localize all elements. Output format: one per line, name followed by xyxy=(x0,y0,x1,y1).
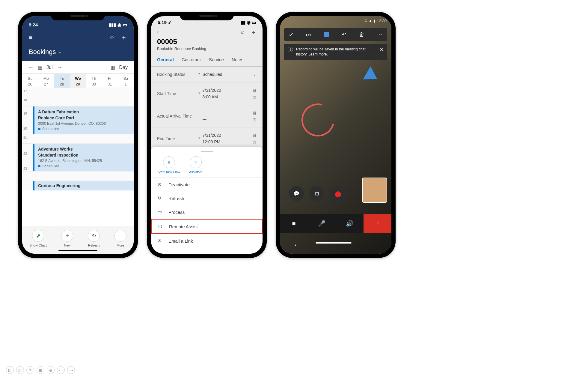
plus-icon: + xyxy=(65,232,69,240)
add-icon[interactable]: ＋ xyxy=(251,28,257,36)
back-icon[interactable]: ‹ xyxy=(295,242,296,248)
home-pill[interactable] xyxy=(316,242,352,244)
more-icon: ⋯ xyxy=(118,232,123,239)
undo-icon[interactable]: ↶ xyxy=(342,31,346,38)
booking-event[interactable]: Contoso Engineering xyxy=(33,181,134,190)
delete-icon[interactable]: 🗑 xyxy=(359,31,364,38)
learn-more-link[interactable]: Learn more. xyxy=(308,52,328,56)
process-action[interactable]: ▭Process xyxy=(151,205,263,219)
status-dot-icon xyxy=(38,128,40,130)
status-bar: ▽ ▲ ▮ 12:30 xyxy=(364,19,387,23)
battery-icon: ▮ xyxy=(373,19,376,23)
remote-assist-action[interactable]: ⬡Remote Assist xyxy=(151,219,263,234)
search-icon[interactable]: ⌕ xyxy=(241,28,245,36)
field-actual-arrival[interactable]: Actual Arrival Time* ------ ▦◷ xyxy=(151,105,263,127)
chevron-down-icon: ⌄ xyxy=(58,49,62,54)
add-icon[interactable]: ＋ xyxy=(120,33,127,42)
field-start-time[interactable]: Start Time* 7/31/20208:00 AM ▦◷ xyxy=(151,82,263,105)
signal-icon: ▽ xyxy=(364,19,367,23)
end-call-button[interactable]: ⌿ xyxy=(364,214,391,233)
phone-remote-assist-call: ▽ ▲ ▮ 12:30 ↙ ᔕ ↶ 🗑 ⋯ i Recording will b… xyxy=(276,12,396,258)
deactivate-action[interactable]: ⊘Deactivate xyxy=(151,178,263,191)
phone-bookings: 9:24 ▮▮▮ ◉ ▭ ≡ ⌕ ＋ Bookings ⌄ xyxy=(18,12,138,258)
color-picker[interactable] xyxy=(324,32,329,37)
more-button[interactable]: ⋯More xyxy=(114,230,126,247)
mic-icon: 🎤 xyxy=(318,220,325,227)
annotation-arrow xyxy=(363,67,381,85)
email-icon: ✉ xyxy=(158,238,164,244)
field-booking-status[interactable]: Booking Status* Scheduled⌄ xyxy=(151,67,263,82)
hangup-icon: ⌿ xyxy=(376,220,379,227)
home-indicator xyxy=(58,250,97,251)
wifi-icon: ▲ xyxy=(369,19,373,23)
day-tuesday[interactable]: Tu28 xyxy=(54,74,70,88)
chevron-down-icon: ⌄ xyxy=(253,72,257,77)
view-mode-label[interactable]: Day xyxy=(119,65,128,70)
sheet-handle[interactable] xyxy=(201,151,213,152)
chat-button[interactable]: 💬 xyxy=(289,186,304,201)
self-view[interactable] xyxy=(362,178,387,203)
call-controls: ■ 🎤 🔊 ⌿ xyxy=(280,214,391,233)
prev-arrow-icon[interactable]: ← xyxy=(28,64,34,70)
chart-icon: ⬈ xyxy=(36,232,40,239)
annotation-circle xyxy=(295,97,340,142)
refresh-action[interactable]: ↻Refresh xyxy=(151,191,263,205)
week-header: Su26 Mo27 Tu28 We29 Th30 Fr31 Sa1 xyxy=(22,74,134,88)
email-link-action[interactable]: ✉Email a Link xyxy=(151,234,263,248)
wifi-icon: ◉ xyxy=(117,22,121,28)
scan-button[interactable]: ⊡ xyxy=(309,186,324,201)
process-icon: ▭ xyxy=(158,209,164,215)
search-icon[interactable]: ⌕ xyxy=(110,33,114,42)
assistant-button[interactable]: ♡Assistant xyxy=(189,156,203,174)
tab-customer[interactable]: Customer xyxy=(182,54,201,66)
video-toggle[interactable]: ■ xyxy=(280,214,308,233)
calendar-icon: ▦ xyxy=(253,133,257,138)
status-icons: ▮▮▮ ◉ ▭ xyxy=(109,22,127,28)
booking-event[interactable]: A Datum Fabrication Replace Core Part 30… xyxy=(33,106,134,134)
status-icons: ▮▮ ◉ ▭ xyxy=(241,20,256,25)
bulb-icon: ♡ xyxy=(194,160,197,164)
status-time: 9:24 xyxy=(29,22,38,28)
bottom-toolbar: ⬈Show Chart +New ↻Refresh ⋯More xyxy=(22,226,134,254)
info-icon: i xyxy=(288,47,293,52)
recording-notice: i Recording will be saved in the meeting… xyxy=(284,44,387,60)
record-subtitle: Bookable Resource Booking xyxy=(151,46,263,54)
tab-notes[interactable]: Notes xyxy=(232,54,243,66)
show-chart-button[interactable]: ⬈Show Chart xyxy=(29,230,46,247)
next-arrow-icon[interactable]: → xyxy=(57,64,62,70)
menu-icon[interactable]: ≡ xyxy=(29,34,33,41)
calendar-icon[interactable]: ▦ xyxy=(111,64,115,70)
more-icon[interactable]: ⋯ xyxy=(377,31,382,38)
tab-service[interactable]: Service xyxy=(209,54,224,66)
tab-general[interactable]: General xyxy=(157,54,174,66)
day-wednesday-selected[interactable]: We29 xyxy=(70,74,86,88)
calendar-icon: ▦ xyxy=(253,88,257,93)
refresh-button[interactable]: ↻Refresh xyxy=(88,230,100,247)
task-flow-icon: ◎ xyxy=(168,160,171,164)
speaker-toggle[interactable]: 🔊 xyxy=(336,214,364,233)
signal-icon: ▮▮▮ xyxy=(109,22,116,28)
clock-icon: ◷ xyxy=(253,138,257,144)
booking-event[interactable]: Adventure Works Standard Inspection 162 … xyxy=(33,144,134,171)
draw-icon[interactable]: ᔕ xyxy=(306,31,311,38)
start-task-flow-button[interactable]: ◎Start Task Flow xyxy=(158,156,180,174)
record-button[interactable] xyxy=(330,186,346,203)
location-icon: ➶ xyxy=(168,20,172,25)
new-button[interactable]: +New xyxy=(61,230,73,247)
video-icon: ■ xyxy=(292,220,295,227)
refresh-icon: ↻ xyxy=(92,232,96,239)
mic-toggle[interactable]: 🎤 xyxy=(308,214,336,233)
close-icon[interactable]: ✕ xyxy=(380,47,384,52)
back-icon[interactable]: ‹ xyxy=(157,28,159,36)
refresh-icon: ↻ xyxy=(158,196,164,201)
page-title[interactable]: Bookings ⌄ xyxy=(22,45,134,61)
speaker-icon: 🔊 xyxy=(346,220,353,227)
action-sheet: ◎Start Task Flow ♡Assistant ⊘Deactivate … xyxy=(151,147,263,254)
deactivate-icon: ⊘ xyxy=(158,182,164,187)
annotation-toolbar: ↙ ᔕ ↶ 🗑 ⋯ xyxy=(284,28,387,41)
battery-icon: ▭ xyxy=(123,22,127,28)
record-icon xyxy=(335,191,341,197)
minimize-icon[interactable]: ↙ xyxy=(289,31,293,38)
calendar-icon[interactable]: ▦ xyxy=(38,64,42,70)
clock-icon: ◷ xyxy=(253,93,257,99)
